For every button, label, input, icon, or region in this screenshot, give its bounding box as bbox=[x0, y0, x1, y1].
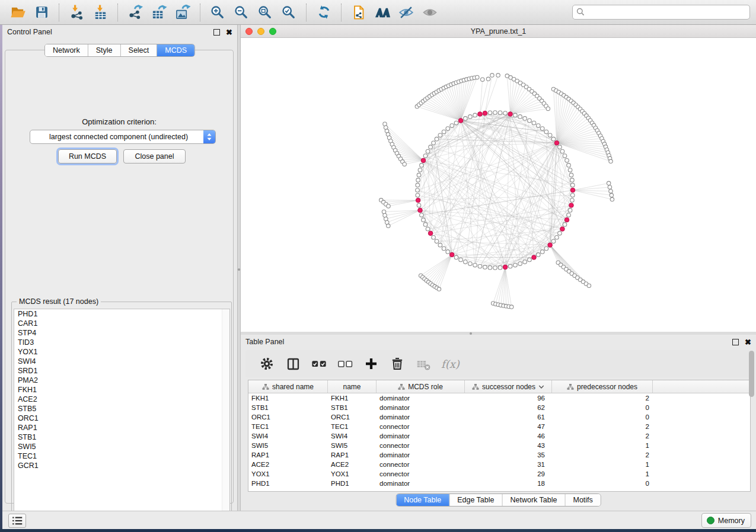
table-cell: 2 bbox=[552, 393, 653, 403]
table-cell: dominator bbox=[377, 412, 465, 422]
tab-motifs[interactable]: Motifs bbox=[565, 494, 600, 506]
refresh-icon[interactable] bbox=[315, 4, 332, 21]
column-header-MCDS-role[interactable]: MCDS role bbox=[377, 380, 465, 393]
toolbar-search bbox=[572, 5, 750, 20]
mcds-result-item: TEC1 bbox=[14, 451, 229, 461]
search-input[interactable] bbox=[572, 5, 750, 20]
mcds-result-item: PMA2 bbox=[14, 376, 229, 385]
column-header-successor-nodes[interactable]: successor nodes bbox=[465, 380, 552, 393]
table-cell: 0 bbox=[552, 479, 653, 488]
table-scrollbar[interactable] bbox=[749, 351, 754, 397]
import-table-icon[interactable] bbox=[92, 4, 109, 21]
task-history-button[interactable] bbox=[8, 514, 26, 528]
tab-style[interactable]: Style bbox=[88, 44, 121, 56]
table-row[interactable]: RAP1RAP1dominator352 bbox=[248, 450, 750, 460]
toolbar-separator bbox=[117, 4, 118, 21]
mcds-result-item: TID3 bbox=[14, 338, 229, 347]
table-row[interactable]: TEC1TEC1connector472 bbox=[248, 422, 750, 431]
open-file-icon[interactable] bbox=[9, 4, 26, 21]
export-network-icon[interactable] bbox=[127, 4, 143, 21]
select-all-icon[interactable] bbox=[311, 355, 327, 372]
select-stepper-icon bbox=[203, 130, 215, 143]
gear-icon[interactable] bbox=[259, 355, 275, 372]
zoom-out-icon[interactable] bbox=[233, 4, 250, 21]
list-scroll-track[interactable] bbox=[222, 309, 229, 520]
table-cell: PHD1 bbox=[328, 479, 377, 488]
memory-label: Memory bbox=[718, 517, 745, 525]
close-panel-icon[interactable]: ✖ bbox=[745, 338, 751, 346]
shared-column-icon bbox=[472, 383, 479, 390]
table-row[interactable]: FKH1FKH1dominator962 bbox=[248, 393, 750, 403]
network-graph[interactable] bbox=[241, 38, 756, 332]
table-cell: RAP1 bbox=[248, 450, 328, 460]
add-column-icon[interactable] bbox=[363, 355, 379, 372]
table-cell: dominator bbox=[377, 403, 465, 412]
network-view-window: YPA_prune.txt_1 bbox=[241, 25, 756, 332]
table-cell: RAP1 bbox=[328, 450, 377, 460]
table-row[interactable]: STB1STB1dominator620 bbox=[248, 403, 750, 412]
control-panel-tabs: NetworkStyleSelectMCDS bbox=[44, 44, 195, 57]
search-network-icon[interactable] bbox=[374, 4, 391, 21]
close-panel-button[interactable]: Close panel bbox=[123, 149, 186, 164]
deselect-all-icon[interactable] bbox=[337, 355, 353, 372]
table-cell: dominator bbox=[377, 431, 465, 441]
table-cell: YOX1 bbox=[248, 469, 328, 479]
table-row[interactable]: YOX1YOX1connector291 bbox=[248, 469, 750, 479]
function-builder-icon: f(x) bbox=[441, 358, 460, 370]
table-row[interactable]: PHD1PHD1dominator180 bbox=[248, 479, 750, 488]
mcds-result-item: CAR1 bbox=[14, 319, 229, 328]
zoom-fit-icon[interactable] bbox=[257, 4, 273, 21]
table-row[interactable]: SWI5SWI5connector431 bbox=[248, 441, 750, 450]
mcds-result-item: ORC1 bbox=[14, 414, 229, 423]
column-header-predecessor-nodes[interactable]: predecessor nodes bbox=[552, 380, 653, 393]
table-cell: connector bbox=[377, 441, 465, 450]
mcds-result-item: SWI4 bbox=[14, 357, 229, 366]
tab-select[interactable]: Select bbox=[121, 44, 158, 56]
memory-button[interactable]: Memory bbox=[701, 513, 751, 528]
import-network-icon[interactable] bbox=[68, 4, 85, 21]
save-session-icon[interactable] bbox=[33, 4, 50, 21]
float-panel-icon[interactable] bbox=[732, 339, 739, 345]
table-cell: TEC1 bbox=[328, 422, 377, 431]
mcds-result-item: YOX1 bbox=[14, 347, 229, 357]
export-image-icon[interactable] bbox=[174, 4, 191, 21]
column-header-name[interactable]: name bbox=[328, 380, 377, 393]
run-mcds-button[interactable]: Run MCDS bbox=[58, 149, 117, 164]
table-row[interactable]: SWI4SWI4dominator462 bbox=[248, 431, 750, 441]
table-cell: 1 bbox=[552, 441, 653, 450]
zoom-in-icon[interactable] bbox=[209, 4, 226, 21]
tab-node-table[interactable]: Node Table bbox=[396, 494, 449, 506]
zoom-selected-icon[interactable] bbox=[280, 4, 297, 21]
shared-column-icon bbox=[567, 383, 574, 390]
columns-icon[interactable] bbox=[285, 355, 301, 372]
table-panel: Table Panel ✖ f(x) shared namenameMCDS r… bbox=[241, 335, 756, 511]
table-row[interactable]: ORC1ORC1dominator610 bbox=[248, 412, 750, 422]
tab-mcds[interactable]: MCDS bbox=[157, 44, 194, 56]
delete-table-icon bbox=[415, 355, 432, 372]
table-cell: connector bbox=[377, 422, 465, 431]
mcds-result-item: SRD1 bbox=[14, 366, 229, 376]
table-cell: 1 bbox=[552, 460, 653, 469]
mcds-result-group: MCDS result (17 nodes) PHD1CAR1STP4TID3Y… bbox=[11, 302, 232, 522]
tab-network[interactable]: Network bbox=[45, 44, 88, 56]
table-cell: 46 bbox=[465, 431, 552, 441]
column-header-shared-name[interactable]: shared name bbox=[248, 380, 328, 393]
table-cell: SWI4 bbox=[328, 431, 377, 441]
table-cell: 2 bbox=[552, 422, 653, 431]
tab-edge-table[interactable]: Edge Table bbox=[449, 494, 502, 506]
close-panel-icon[interactable]: ✖ bbox=[226, 28, 232, 36]
mcds-result-item: ACE2 bbox=[14, 395, 229, 404]
tab-network-table[interactable]: Network Table bbox=[503, 494, 566, 506]
export-table-icon[interactable] bbox=[151, 4, 167, 21]
share-document-icon[interactable] bbox=[350, 4, 367, 21]
criterion-select[interactable]: largest connected component (undirected) bbox=[30, 130, 216, 144]
delete-column-icon[interactable] bbox=[389, 355, 406, 372]
table-cell: SWI4 bbox=[248, 431, 328, 441]
table-toolbar: f(x) bbox=[245, 350, 751, 377]
table-row[interactable]: ACE2ACE2connector311 bbox=[248, 460, 750, 469]
hide-selected-icon[interactable] bbox=[398, 4, 414, 21]
mcds-result-list[interactable]: PHD1CAR1STP4TID3YOX1SWI4SRD1PMA2FKH1ACE2… bbox=[14, 309, 230, 520]
float-panel-icon[interactable] bbox=[213, 29, 220, 36]
table-cell: 31 bbox=[465, 460, 552, 469]
control-panel-title: Control Panel bbox=[7, 28, 52, 36]
